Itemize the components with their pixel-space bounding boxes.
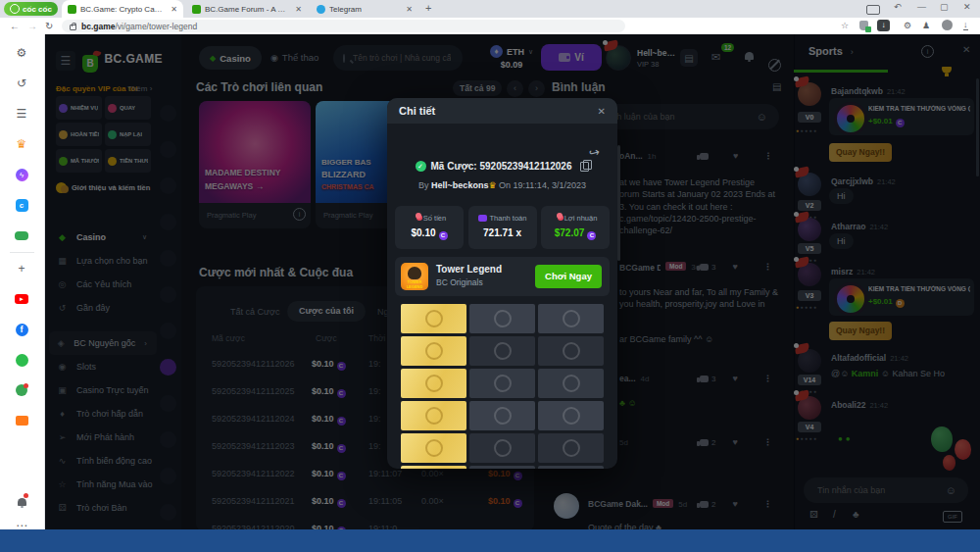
page-scrollbar[interactable]: [976, 78, 979, 176]
tab-forum[interactable]: BC.Game Forum - A Cryptoc ✕: [186, 0, 308, 18]
youtube-icon[interactable]: ►: [13, 290, 30, 308]
sidebar-game-item-7[interactable]: ⚄ Trò chơi Bàn: [49, 496, 157, 520]
comment-menu-icon[interactable]: ⋮: [763, 374, 772, 383]
like-icon[interactable]: [700, 153, 709, 160]
spin-bonus-card[interactable]: KIỂM TRA TIỀN THƯỞNG VÒNG QU +$0.01C: [829, 98, 974, 135]
coccoc-logo[interactable]: cốc cốc: [4, 2, 58, 16]
rail-category-icon[interactable]: [160, 468, 176, 484]
heart-icon[interactable]: ♥: [733, 151, 738, 161]
reading-list-icon[interactable]: ☰: [13, 105, 30, 123]
play-now-button[interactable]: Chơi Ngay: [535, 265, 602, 288]
game-card-madame-destiny[interactable]: MADAME DESTINY MEGAWAYS → Pragmatic Play…: [199, 101, 311, 228]
share-icon[interactable]: ↪: [587, 144, 601, 161]
info-icon[interactable]: i: [293, 208, 306, 221]
rail-category-icon[interactable]: [160, 141, 176, 158]
sidebar-item-3[interactable]: ↺ Gần đây: [49, 296, 157, 320]
close-icon[interactable]: ✕: [598, 106, 606, 117]
sidebar-collapse-button[interactable]: ☰: [56, 51, 75, 71]
comments-scrollbar[interactable]: [617, 145, 620, 261]
spin-now-button[interactable]: Quay Ngay!!: [829, 322, 892, 340]
rail-category-icon[interactable]: [160, 286, 176, 303]
chat-username[interactable]: Qarcjjxlwb21:42: [831, 176, 896, 186]
chat-room-selector[interactable]: Sports›: [808, 45, 854, 57]
sidebar-game-item-2[interactable]: ▣ Casino Trực tuyến: [49, 378, 157, 402]
search-input[interactable]: [351, 52, 453, 64]
quests-list-icon[interactable]: ▤: [680, 49, 698, 67]
add-shortcut-icon[interactable]: +: [13, 260, 30, 277]
rail-category-icon[interactable]: [160, 250, 176, 267]
comment-menu-icon[interactable]: ⋮: [763, 151, 772, 161]
close-tab-icon[interactable]: ✕: [171, 5, 177, 14]
heart-icon[interactable]: ♥: [732, 262, 737, 272]
facebook-icon[interactable]: f: [13, 321, 30, 338]
carousel-prev-icon[interactable]: ‹: [507, 80, 523, 97]
rail-category-icon[interactable]: [160, 177, 176, 194]
rail-category-icon[interactable]: [160, 504, 176, 521]
spin-now-button[interactable]: Quay Ngay!!: [829, 143, 892, 162]
close-tab-icon[interactable]: ✕: [406, 5, 413, 14]
download-icon[interactable]: ↓: [877, 20, 890, 31]
carousel-next-icon[interactable]: ›: [528, 80, 545, 97]
gif-keyboard-icon[interactable]: GIF: [943, 511, 962, 523]
chat-avatar[interactable]: [798, 396, 821, 420]
like-icon[interactable]: [700, 264, 709, 271]
vip-promo-tile[interactable]: NHIỆM VỤ: [56, 96, 102, 120]
copy-icon[interactable]: [580, 162, 589, 172]
bets-tab-all[interactable]: Tất cả Cược: [230, 307, 279, 317]
game-thumbnail[interactable]: TOWER LEGEND: [401, 263, 428, 290]
like-icon[interactable]: [700, 501, 709, 508]
user-avatar[interactable]: [606, 45, 631, 71]
chat-username[interactable]: Altafadofficial21:42: [831, 353, 908, 363]
rail-category-icon[interactable]: [160, 395, 176, 412]
tab-telegram[interactable]: Telegram ✕: [311, 0, 418, 18]
spin-bonus-card[interactable]: KIỂM TRA TIỀN THƯỞNG VÒNG QU +$0.01D: [829, 278, 974, 316]
comment-menu-icon[interactable]: ⋮: [763, 437, 772, 447]
url-field[interactable]: bc.game/vi/game/tower-legend: [62, 20, 625, 32]
history-back-icon[interactable]: ↶: [894, 2, 902, 12]
reload-icon[interactable]: ↻: [45, 21, 53, 31]
heart-icon[interactable]: ♥: [732, 437, 737, 447]
rail-category-icon[interactable]: [160, 431, 176, 448]
comment-menu-icon[interactable]: ⋮: [763, 262, 772, 272]
comment-menu-icon[interactable]: ⋮: [763, 499, 772, 509]
vip-promo-tile[interactable]: HOÀN TIỀN X: [56, 123, 102, 146]
bets-tab-mine[interactable]: Cược của tôi: [287, 301, 366, 322]
vip-promo-tile[interactable]: QUAY: [105, 96, 151, 120]
maximize-window-icon[interactable]: ▢: [940, 2, 949, 12]
rail-category-icon[interactable]: [160, 105, 176, 122]
vip-more-link[interactable]: Thêm ›: [127, 84, 152, 93]
messenger-icon[interactable]: ϟ: [13, 166, 30, 183]
tab-search-icon[interactable]: [866, 5, 880, 15]
close-tab-icon[interactable]: ✕: [295, 5, 302, 14]
heart-icon[interactable]: ♥: [732, 499, 737, 509]
green-chat-icon[interactable]: [13, 351, 30, 369]
sidebar-game-item-3[interactable]: ♦ Trò chơi hấp dẫn: [49, 402, 157, 426]
chat-blue-icon[interactable]: c: [13, 196, 30, 214]
sidebar-game-item-0[interactable]: ◈ BC Nguyên gốc ›: [49, 331, 157, 355]
clover-icon[interactable]: ♣: [853, 509, 859, 520]
chat-username[interactable]: misrz21:42: [831, 267, 875, 276]
chat-username[interactable]: Bajandtqkwb21:42: [831, 86, 906, 96]
comment-avatar[interactable]: [554, 493, 579, 519]
crown-bookmarks-icon[interactable]: ♛: [13, 135, 30, 153]
chat-username[interactable]: Atharrao21:42: [831, 222, 888, 231]
sidebar-game-item-1[interactable]: ◉ Slots: [49, 355, 157, 378]
referral-banner[interactable]: Giới thiệu và kiếm tiền: [56, 182, 154, 193]
back-icon[interactable]: ←: [10, 21, 20, 31]
chat-avatar[interactable]: [798, 218, 821, 241]
close-window-icon[interactable]: ✕: [963, 2, 971, 12]
minimize-window-icon[interactable]: —: [917, 2, 926, 12]
mail-icon[interactable]: ✉: [711, 51, 720, 64]
shop-cart-icon[interactable]: [13, 412, 30, 429]
sidebar-game-item-5[interactable]: ∿ Tính biến động cao: [49, 449, 157, 473]
new-tab-button[interactable]: +: [425, 2, 431, 14]
extension-icon[interactable]: ⚙: [904, 21, 911, 30]
history-icon[interactable]: ↺: [13, 75, 30, 92]
chat-avatar[interactable]: [798, 173, 821, 196]
chat-input-box[interactable]: ☺: [804, 477, 968, 503]
bet-username[interactable]: Hell~beckons♛: [431, 180, 496, 190]
vip-promo-tile[interactable]: TIỀN THƯỞNG: [105, 149, 151, 173]
currency-selector[interactable]: ♦ ETH ∨ $0.09: [482, 45, 541, 70]
tab-sports[interactable]: ◉ Thể thao: [270, 52, 318, 63]
header-username[interactable]: Hell~beckons: [637, 48, 678, 58]
